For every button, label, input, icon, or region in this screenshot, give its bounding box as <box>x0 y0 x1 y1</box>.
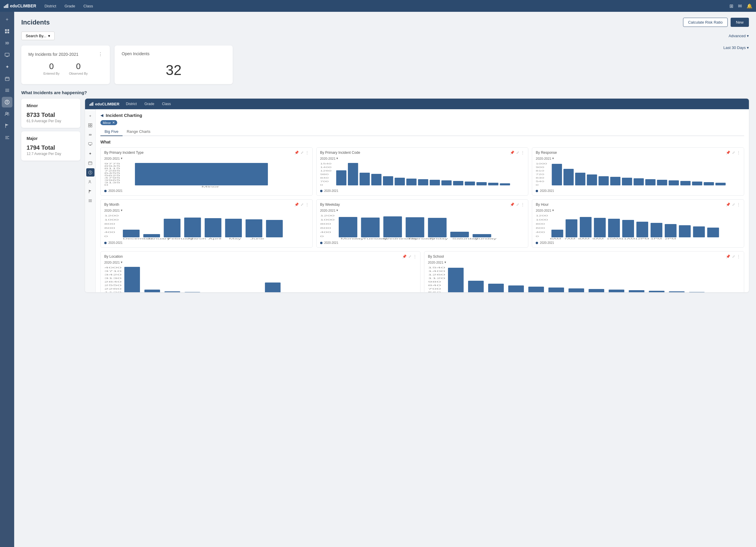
menu-dots-icon[interactable]: ⋮ <box>305 151 309 155</box>
bell-nav-icon[interactable]: 🔔 <box>747 3 752 9</box>
mail-nav-icon[interactable]: ✉ <box>738 3 742 9</box>
menu-dots-icon[interactable]: ⋮ <box>413 255 417 259</box>
chart-sidebar-calendar[interactable] <box>86 159 95 167</box>
sidebar-flag-icon[interactable] <box>2 121 12 131</box>
svg-rect-75 <box>441 180 452 185</box>
my-incidents-menu-icon[interactable]: ⋮ <box>98 51 103 57</box>
chart-year-filter[interactable]: 2020-2021 ▾ <box>536 157 740 160</box>
nav-grade[interactable]: Grade <box>61 3 79 9</box>
svg-text:800: 800 <box>104 223 115 225</box>
menu-dots-icon[interactable]: ⋮ <box>521 203 524 207</box>
chart-nav-district[interactable]: District <box>123 101 140 107</box>
svg-text:Friday: Friday <box>430 238 448 240</box>
advanced-link[interactable]: Advanced ▾ <box>729 34 749 38</box>
pin-icon[interactable]: 📌 <box>726 203 730 207</box>
nav-district[interactable]: District <box>41 3 60 9</box>
svg-text:400: 400 <box>104 231 115 234</box>
search-by-button[interactable]: Search By... ▾ <box>21 32 55 40</box>
chart-back-button[interactable]: ◀ <box>100 113 103 118</box>
svg-rect-153 <box>594 218 606 237</box>
last-days-filter[interactable]: Last 30 Days ▾ <box>496 45 749 50</box>
grid-nav-icon[interactable]: ⊞ <box>729 3 733 9</box>
expand-icon[interactable]: ⤢ <box>516 151 519 155</box>
bar-chart-area: 1200 1000 800 600 400 0 <box>320 214 525 240</box>
calculate-risk-button[interactable]: Calculate Risk Ratio <box>683 18 728 27</box>
chart-sidebar-star[interactable]: ✦ <box>86 149 95 158</box>
minor-card[interactable]: Minor 8733 Total 61.9 Average Per Day <box>21 99 80 128</box>
tab-big-five[interactable]: Big Five <box>100 128 123 136</box>
chart-primary-incident-type: By Primary Incident Type 📌 ⤢ ⋮ 2020-2021… <box>100 147 313 196</box>
bar-chart-area: 1540 1400 1260 980 840 700 0 <box>320 162 525 188</box>
major-card[interactable]: Major 1794 Total 12.7 Average Per Day <box>21 131 80 161</box>
bar-chart-area: 1540 1400 1260 1120 980 840 700 560 0 <box>428 266 740 292</box>
chart-sidebar-3d[interactable]: 3D <box>86 131 95 139</box>
menu-dots-icon[interactable]: ⋮ <box>737 255 740 259</box>
new-button[interactable]: New <box>731 18 749 27</box>
expand-icon[interactable]: ⤢ <box>516 203 519 207</box>
bar-chart-svg: 1540 1400 1260 1120 980 840 700 560 0 <box>428 266 740 292</box>
chart-year-filter[interactable]: 2020-2021 ▾ <box>428 261 740 264</box>
menu-dots-icon[interactable]: ⋮ <box>737 151 740 155</box>
chart-brand-text: eduCLIMBER <box>95 102 119 106</box>
chart-year-filter[interactable]: 2020-2021 ▾ <box>320 157 525 160</box>
chart-nav-class[interactable]: Class <box>159 101 174 107</box>
expand-icon[interactable]: ⤢ <box>301 151 304 155</box>
expand-icon[interactable]: ⤢ <box>732 255 735 259</box>
svg-rect-91 <box>587 175 597 185</box>
chart-sidebar-grid[interactable] <box>86 121 95 129</box>
pin-icon[interactable]: 📌 <box>402 255 407 259</box>
minor-filter-badge[interactable]: Minor ✕ <box>100 120 117 125</box>
sidebar-incidents-icon[interactable] <box>2 97 12 108</box>
expand-icon[interactable]: ⤢ <box>732 203 735 207</box>
sidebar-list-icon[interactable] <box>2 85 12 96</box>
sidebar-grid-icon[interactable] <box>2 26 12 37</box>
menu-dots-icon[interactable]: ⋮ <box>737 203 740 207</box>
chart-nav-grade[interactable]: Grade <box>141 101 157 107</box>
sidebar-plus-icon[interactable]: + <box>2 14 12 25</box>
chart-legend: 2020-2021 <box>104 189 309 193</box>
chart-sidebar-incidents[interactable] <box>86 168 95 177</box>
chart-year-filter[interactable]: 2020-2021 ▾ <box>104 209 309 212</box>
sidebar-badge-icon[interactable]: ✦ <box>2 61 12 72</box>
svg-rect-155 <box>622 220 634 237</box>
bar-chart-svg: 1200 1000 800 600 400 0 <box>536 214 740 240</box>
svg-rect-70 <box>383 176 393 185</box>
expand-icon[interactable]: ⤢ <box>301 203 304 207</box>
pin-icon[interactable]: 📌 <box>294 151 299 155</box>
brand[interactable]: eduCLIMBER <box>4 4 36 8</box>
chart-year-filter[interactable]: 2020-2021 ▾ <box>536 209 740 212</box>
svg-rect-182 <box>164 291 180 292</box>
filter-close-icon[interactable]: ✕ <box>112 121 115 125</box>
what-incidents-title: What Incidents are happening? <box>21 90 749 95</box>
sidebar-people-icon[interactable] <box>2 109 12 119</box>
expand-icon[interactable]: ⤢ <box>408 255 411 259</box>
menu-dots-icon[interactable]: ⋮ <box>521 151 524 155</box>
chart-sidebar-plus[interactable]: + <box>86 112 95 120</box>
svg-text:9AM: 9AM <box>592 238 604 240</box>
chart-year-filter[interactable]: 2020-2021 ▾ <box>104 261 417 264</box>
expand-icon[interactable]: ⤢ <box>732 151 735 155</box>
sidebar-menu-icon[interactable] <box>2 132 12 143</box>
nav-class[interactable]: Class <box>80 3 97 9</box>
tab-range-charts[interactable]: Range Charts <box>123 128 154 136</box>
sidebar-monitor-icon[interactable] <box>2 50 12 60</box>
pin-icon[interactable]: 📌 <box>726 255 730 259</box>
chart-sidebar-flag[interactable] <box>86 187 95 196</box>
menu-dots-icon[interactable]: ⋮ <box>305 203 309 207</box>
chart-year-filter[interactable]: 2020-2021 ▾ <box>104 157 309 160</box>
svg-text:1200: 1200 <box>104 215 119 217</box>
chart-sidebar-monitor[interactable] <box>86 140 95 148</box>
bar-chart-svg: 9775 8945 8115 7285 6455 5625 4795 3965 … <box>104 162 309 188</box>
chart-sidebar-people[interactable] <box>86 178 95 186</box>
sidebar-calendar-icon[interactable] <box>2 73 12 84</box>
pin-icon[interactable]: 📌 <box>510 151 514 155</box>
sidebar-3d-icon[interactable]: 3D <box>2 38 12 48</box>
chart-sidebar-list[interactable] <box>86 197 95 205</box>
chart-title: By Weekday <box>320 203 340 207</box>
svg-rect-213 <box>649 291 664 292</box>
chart-year-filter[interactable]: 2020-2021 ▾ <box>320 209 525 212</box>
pin-icon[interactable]: 📌 <box>294 203 299 207</box>
pin-icon[interactable]: 📌 <box>726 151 730 155</box>
svg-text:12PM: 12PM <box>635 238 649 240</box>
pin-icon[interactable]: 📌 <box>510 203 514 207</box>
